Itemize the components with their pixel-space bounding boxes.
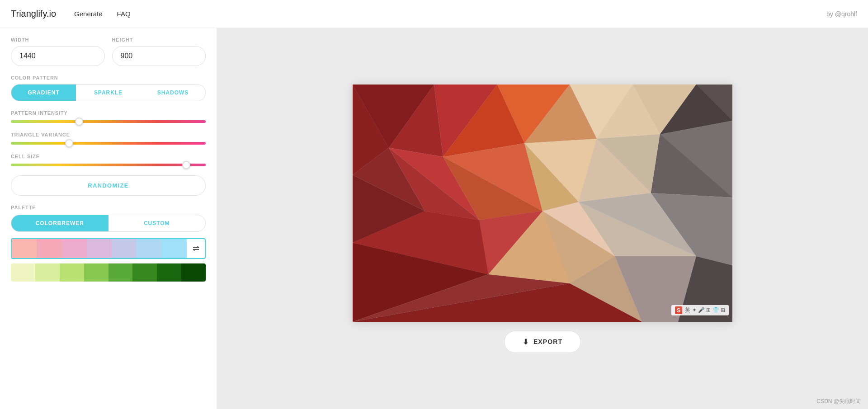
palette-colors-top [12, 239, 187, 258]
height-label: HEIGHT [112, 37, 206, 42]
export-label: EXPORT [533, 338, 562, 345]
nav-generate[interactable]: Generate [74, 10, 103, 18]
palette-green-2[interactable] [35, 263, 60, 282]
height-input[interactable] [112, 46, 206, 66]
color-pattern-gradient[interactable]: GRADIENT [11, 85, 76, 101]
palette-label: PALETTE [11, 205, 206, 210]
triangle-variance-track[interactable] [11, 142, 206, 145]
width-input[interactable] [11, 46, 105, 66]
toolbar-overlay: S 英 ✦ 🎤 ⊞ 👕 ⊞ [671, 305, 729, 315]
nav-faq[interactable]: FAQ [117, 10, 131, 18]
pattern-intensity-section: PATTERN INTENSITY [11, 110, 206, 123]
palette-color-5[interactable] [112, 239, 137, 258]
width-label: WIDTH [11, 37, 105, 42]
main-layout: WIDTH HEIGHT COLOR PATTERN GRADIENT SPAR… [0, 28, 868, 409]
palette-color-6[interactable] [137, 239, 161, 258]
pattern-intensity-thumb[interactable] [75, 118, 83, 126]
palette-color-7[interactable] [162, 239, 187, 258]
palette-custom[interactable]: CUSTOM [108, 215, 206, 231]
color-pattern-group: GRADIENT SPARKLE SHADOWS [11, 84, 206, 101]
cell-size-track[interactable] [11, 164, 206, 166]
triangle-variance-section: TRIANGLE VARIANCE [11, 132, 206, 145]
header-by: by @qrohlf [826, 10, 857, 18]
sidebar: WIDTH HEIGHT COLOR PATTERN GRADIENT SPAR… [0, 28, 217, 409]
main-nav: Generate FAQ [74, 10, 131, 18]
palette-color-1[interactable] [12, 239, 37, 258]
cell-size-label: CELL SIZE [11, 154, 206, 159]
export-icon: ⬇ [523, 338, 529, 346]
csdn-text: CSDN @失眠时间 [816, 398, 861, 404]
dimensions-row: WIDTH HEIGHT [11, 37, 206, 66]
watermark-text: 英 ✦ 🎤 ⊞ 👕 ⊞ [685, 306, 725, 314]
palette-colorbrewer[interactable]: COLORBREWER [11, 215, 108, 231]
color-pattern-sparkle[interactable]: SPARKLE [76, 85, 141, 101]
triangle-svg [353, 85, 732, 322]
palette-green-3[interactable] [60, 263, 84, 282]
pattern-intensity-track[interactable] [11, 120, 206, 123]
cell-size-section: CELL SIZE [11, 154, 206, 166]
triangle-preview: S 英 ✦ 🎤 ⊞ 👕 ⊞ [353, 85, 732, 322]
pattern-intensity-label: PATTERN INTENSITY [11, 110, 206, 116]
triangle-variance-thumb[interactable] [65, 139, 73, 147]
palette-green-7[interactable] [157, 263, 181, 282]
palette-green-4[interactable] [84, 263, 108, 282]
color-pattern-label: COLOR PATTERN [11, 75, 206, 80]
width-group: WIDTH [11, 37, 105, 66]
palette-type-group: COLORBREWER CUSTOM [11, 215, 206, 232]
color-pattern-shadows[interactable]: SHADOWS [141, 85, 205, 101]
palette-row-top: ⇌ [11, 238, 206, 259]
export-button[interactable]: ⬇ EXPORT [504, 331, 581, 353]
triangle-variance-label: TRIANGLE VARIANCE [11, 132, 206, 137]
palette-color-3[interactable] [62, 239, 87, 258]
palette-green-5[interactable] [108, 263, 133, 282]
palette-green-8[interactable] [181, 263, 206, 282]
csdn-watermark: CSDN @失眠时间 [816, 398, 861, 405]
cell-size-thumb[interactable] [182, 161, 190, 169]
shuffle-button[interactable]: ⇌ [187, 239, 205, 258]
palette-green-1[interactable] [11, 263, 35, 282]
canvas-area: S 英 ✦ 🎤 ⊞ 👕 ⊞ ⬇ EXPORT CSDN @失眠时间 [217, 28, 868, 409]
palette-row-bottom [11, 263, 206, 282]
palette-color-2[interactable] [37, 239, 61, 258]
randomize-button[interactable]: RANDOMIZE [11, 175, 206, 196]
header: Trianglify.io Generate FAQ by @qrohlf [0, 0, 868, 28]
palette-green-6[interactable] [132, 263, 157, 282]
logo[interactable]: Trianglify.io [11, 9, 56, 19]
watermark-s-icon: S [675, 306, 683, 314]
height-group: HEIGHT [112, 37, 206, 66]
palette-color-4[interactable] [87, 239, 112, 258]
